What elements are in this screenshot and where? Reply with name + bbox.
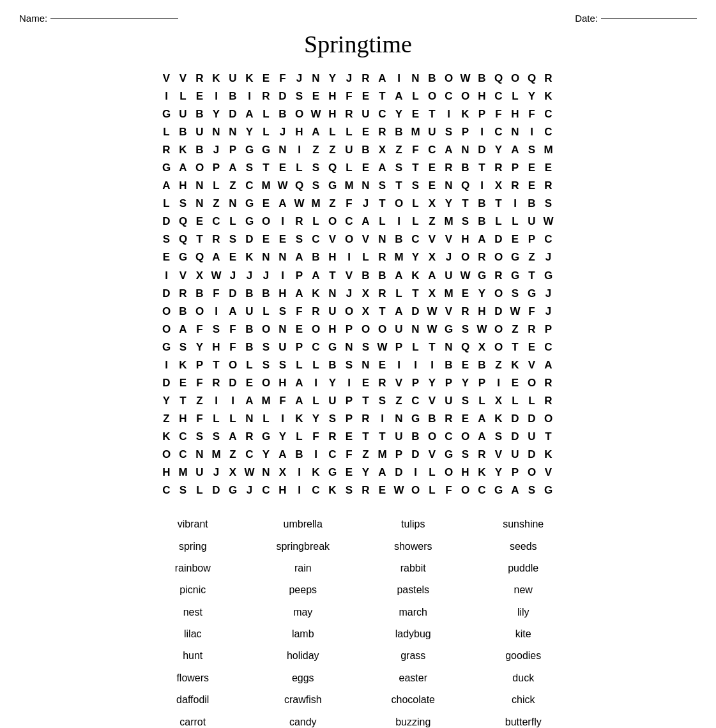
grid-cell: Y bbox=[441, 195, 458, 213]
grid-cell: I bbox=[342, 248, 358, 266]
grid-cell: J bbox=[541, 303, 558, 321]
word-item: spring bbox=[141, 537, 245, 556]
grid-cell: P bbox=[475, 374, 491, 392]
word-item: crawfish bbox=[251, 690, 355, 709]
grid-cell: H bbox=[508, 105, 524, 123]
grid-cell: O bbox=[392, 195, 408, 213]
grid-cell: E bbox=[275, 159, 292, 177]
grid-cell: S bbox=[308, 159, 325, 177]
grid-cell: S bbox=[259, 356, 275, 374]
grid-cell: O bbox=[259, 374, 275, 392]
grid-cell: L bbox=[209, 177, 225, 195]
grid-cell: L bbox=[408, 213, 425, 231]
grid-cell: D bbox=[159, 213, 176, 231]
grid-cell: H bbox=[275, 285, 292, 303]
grid-cell: W bbox=[475, 321, 491, 338]
grid-cell: B bbox=[292, 446, 308, 464]
grid-cell: G bbox=[325, 464, 342, 482]
grid-cell: O bbox=[192, 303, 209, 321]
grid-cell: N bbox=[392, 410, 408, 428]
grid-cell: U bbox=[325, 303, 342, 321]
word-item: grass bbox=[362, 646, 466, 665]
grid-cell: C bbox=[308, 231, 325, 248]
grid-cell: O bbox=[408, 482, 425, 499]
grid-row: KCSSARGYLFRETTUBOCOASDUT bbox=[159, 428, 558, 446]
name-line bbox=[50, 18, 178, 19]
grid-cell: B bbox=[475, 70, 491, 87]
grid-cell: R bbox=[541, 392, 558, 410]
grid-cell: L bbox=[159, 195, 176, 213]
grid-cell: F bbox=[342, 446, 358, 464]
grid-cell: J bbox=[209, 141, 225, 159]
grid-cell: D bbox=[491, 303, 508, 321]
grid-cell: F bbox=[408, 141, 425, 159]
grid-cell: R bbox=[508, 177, 524, 195]
grid-cell: X bbox=[425, 285, 441, 303]
word-item: carrot bbox=[141, 713, 245, 728]
grid-cell: U bbox=[225, 70, 242, 87]
grid-cell: L bbox=[491, 213, 508, 231]
grid-cell: Y bbox=[524, 87, 541, 105]
grid-cell: V bbox=[342, 267, 358, 285]
grid-cell: A bbox=[292, 392, 308, 410]
grid-cell: O bbox=[458, 428, 475, 446]
grid-cell: L bbox=[292, 356, 308, 374]
grid-cell: V bbox=[524, 356, 541, 374]
grid-cell: L bbox=[292, 159, 308, 177]
grid-cell: L bbox=[408, 195, 425, 213]
grid-cell: K bbox=[491, 410, 508, 428]
grid-cell: W bbox=[425, 303, 441, 321]
grid-cell: I bbox=[475, 123, 491, 141]
word-item: pastels bbox=[362, 580, 466, 600]
word-item: duck bbox=[471, 669, 575, 688]
grid-cell: O bbox=[524, 464, 541, 482]
grid-cell: E bbox=[524, 177, 541, 195]
grid-cell: M bbox=[308, 195, 325, 213]
grid-row: DEFRDEOHAIYIERVPYPYPIEOR bbox=[159, 374, 558, 392]
grid-cell: I bbox=[225, 392, 242, 410]
grid-cell: I bbox=[292, 464, 308, 482]
grid-cell: G bbox=[242, 195, 259, 213]
grid-cell: R bbox=[375, 285, 392, 303]
grid-cell: E bbox=[358, 123, 375, 141]
grid-cell: G bbox=[159, 338, 176, 356]
grid-cell: W bbox=[458, 70, 475, 87]
grid-cell: B bbox=[242, 285, 259, 303]
grid-cell: F bbox=[192, 374, 209, 392]
grid-cell: A bbox=[242, 392, 259, 410]
grid-cell: X bbox=[375, 141, 392, 159]
grid-cell: M bbox=[441, 285, 458, 303]
word-item: lilac bbox=[141, 625, 245, 644]
grid-cell: Y bbox=[408, 248, 425, 266]
grid-cell: G bbox=[259, 428, 275, 446]
grid-cell: Y bbox=[358, 464, 375, 482]
grid-cell: L bbox=[209, 410, 225, 428]
grid-cell: Z bbox=[192, 392, 209, 410]
grid-cell: V bbox=[425, 392, 441, 410]
grid-cell: I bbox=[491, 374, 508, 392]
grid-cell: I bbox=[408, 464, 425, 482]
grid-cell: Z bbox=[358, 446, 375, 464]
grid-cell: B bbox=[192, 141, 209, 159]
grid-cell: O bbox=[342, 231, 358, 248]
grid-cell: E bbox=[159, 248, 176, 266]
grid-cell: P bbox=[342, 410, 358, 428]
grid-cell: U bbox=[358, 105, 375, 123]
grid-cell: R bbox=[541, 70, 558, 87]
grid-cell: B bbox=[358, 267, 375, 285]
grid-cell: S bbox=[225, 231, 242, 248]
grid-cell: I bbox=[292, 141, 308, 159]
grid-cell: E bbox=[292, 321, 308, 338]
grid-cell: I bbox=[375, 410, 392, 428]
grid-cell: N bbox=[242, 410, 259, 428]
grid-cell: V bbox=[441, 303, 458, 321]
grid-cell: N bbox=[441, 338, 458, 356]
grid-cell: C bbox=[541, 231, 558, 248]
grid-cell: C bbox=[541, 123, 558, 141]
grid-cell: B bbox=[475, 195, 491, 213]
grid-cell: I bbox=[308, 374, 325, 392]
grid-cell: F bbox=[342, 87, 358, 105]
grid-cell: G bbox=[159, 105, 176, 123]
grid-cell: W bbox=[308, 105, 325, 123]
grid-cell: O bbox=[375, 321, 392, 338]
